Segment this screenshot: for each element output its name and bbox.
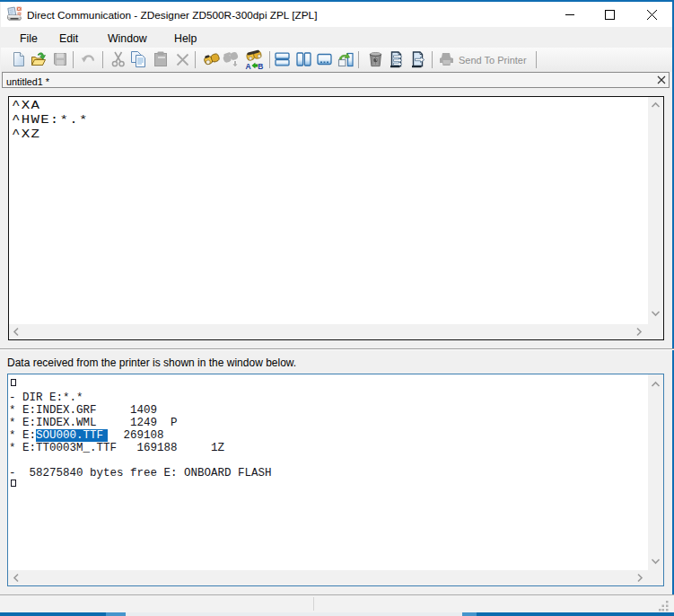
svg-text:B: B (258, 62, 263, 70)
svg-text:A: A (246, 62, 251, 70)
